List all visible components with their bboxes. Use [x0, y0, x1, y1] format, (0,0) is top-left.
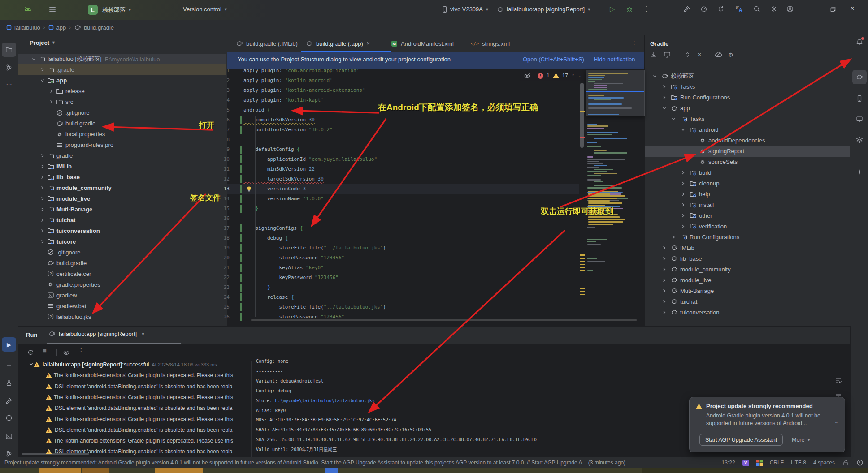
gradle-tree-row[interactable]: tuichat	[644, 296, 850, 307]
code-line[interactable]: android {	[243, 105, 270, 115]
gradle-tree-row[interactable]: android	[644, 125, 850, 135]
gradle-detach-icon[interactable]: ✕	[697, 52, 702, 58]
plugin-v-icon[interactable]: V	[742, 460, 749, 466]
breadcrumb-item[interactable]: build.gradle	[84, 24, 114, 31]
run-tree-row[interactable]: DSL element 'android.dataBinding.enabled…	[18, 446, 233, 457]
status-indent[interactable]: 4 spaces	[813, 460, 835, 466]
project-selector[interactable]: 赖赖部落▼	[102, 6, 132, 14]
gradle-tree-row[interactable]: sourceSets	[644, 157, 850, 168]
gradle-tool-button[interactable]	[852, 70, 867, 84]
project-tree-row[interactable]: IMLib	[18, 161, 227, 172]
breadcrumb-item[interactable]: app	[56, 24, 66, 31]
project-tree-row[interactable]: .gitignore	[18, 247, 227, 258]
code-line[interactable]: versionCode 3	[243, 184, 306, 194]
structure-tool-button[interactable]	[2, 60, 16, 75]
editor-hscrollbar[interactable]	[251, 319, 637, 321]
project-tree-row[interactable]: gradle	[18, 150, 227, 161]
code-line[interactable]: }	[243, 283, 270, 292]
popup-expand-icon[interactable]: ⌄	[834, 419, 838, 425]
editor-tab[interactable]: build.gradle (:IMLib)	[231, 35, 307, 52]
next-issue-icon[interactable]: ⌄	[578, 73, 582, 78]
run-tree-row[interactable]: DSL element 'android.dataBinding.enabled…	[18, 403, 233, 413]
project-tree-row[interactable]: tuicore	[18, 236, 227, 247]
banner-open-link[interactable]: Open (Ctrl+Alt+Shift+S)	[523, 56, 584, 63]
project-tree-row[interactable]: proguard-rules.pro	[18, 140, 227, 150]
code-line[interactable]: signingConfigs {	[243, 224, 303, 233]
gradle-tree-row[interactable]: 赖赖部落	[644, 71, 850, 82]
project-tree-row[interactable]: lailaibuluo [赖赖部落]E:\mycode\lailaibuluo	[18, 54, 227, 64]
readonly-lock-icon[interactable]	[842, 459, 849, 466]
more-tools-button[interactable]: ⋯	[2, 77, 16, 91]
filter-eye-icon[interactable]	[63, 349, 70, 356]
project-tree-row[interactable]: .gradle	[18, 64, 227, 75]
code-line[interactable]: apply plugin: 'com.android.application'	[243, 66, 359, 76]
console-file-link[interactable]: E:\mycode\lailaibuluo\lailaibuluo.jks	[275, 398, 375, 403]
project-tree-row[interactable]: gradlew	[18, 290, 227, 301]
agp-upgrade-button[interactable]: Start AGP Upgrade Assistant	[699, 434, 783, 446]
run-tool-button[interactable]: ▶	[2, 337, 16, 352]
highlight-off-icon[interactable]	[524, 72, 531, 79]
code-line[interactable]: }	[243, 204, 258, 214]
gradle-tree-row[interactable]: verification	[644, 221, 850, 232]
project-tree-row[interactable]: module_community	[18, 183, 227, 194]
problems-tool-button[interactable]	[2, 411, 16, 425]
gradle-tree-row[interactable]: app	[644, 103, 850, 114]
code-line[interactable]: applicationId "com.yuyin.lailaibuluo"	[243, 155, 377, 164]
run-tree-row[interactable]: DSL element 'android.dataBinding.enabled…	[18, 425, 233, 435]
run-tab[interactable]: lailaibuluo:app [signingReport] ×	[48, 330, 145, 337]
project-tree-row[interactable]: tuiconversation	[18, 225, 227, 236]
device-manager-tool-button[interactable]	[852, 91, 867, 106]
editor-tab[interactable]: </>strings.xml	[466, 35, 520, 52]
device-manager-icon[interactable]	[683, 5, 690, 13]
code-line[interactable]: apply plugin: 'kotlin-android'	[243, 76, 333, 86]
code-line[interactable]: minSdkVersion 22	[243, 164, 315, 174]
project-tree-row[interactable]: Muti-Barrage	[18, 204, 227, 215]
code-line[interactable]: storeFile file("../lailaibuluo.jks")	[243, 243, 386, 253]
code-line[interactable]: buildToolsVersion "30.0.2"	[243, 125, 333, 135]
vcs-selector[interactable]: Version control▼	[183, 6, 228, 13]
gradle-tree-row[interactable]: install	[644, 200, 850, 211]
project-panel-title[interactable]: Project	[30, 39, 49, 46]
close-button[interactable]: ×	[850, 4, 855, 13]
run-tab-close-icon[interactable]: ×	[141, 331, 145, 337]
soft-wrap-icon[interactable]	[835, 377, 842, 384]
stop-icon[interactable]: ■	[43, 347, 47, 354]
project-tree-row[interactable]: lib_base	[18, 172, 227, 183]
inspections-widget[interactable]: !1 17 ⌃ ⌄	[520, 70, 586, 81]
gradle-tree-row[interactable]: Tasks	[644, 82, 850, 92]
code-line[interactable]: storeFile file("../lailaibuluo.jks")	[243, 302, 386, 312]
status-message[interactable]: Project update strongly recommended: And…	[4, 460, 655, 466]
project-tree-row[interactable]: gradlew.bat	[18, 301, 227, 311]
project-tree-row[interactable]: build.gradle	[18, 118, 227, 129]
ime-ms-icon[interactable]	[756, 460, 763, 466]
project-tree-row[interactable]: ?certificate.cer	[18, 268, 227, 279]
project-tree-row[interactable]: src	[18, 97, 227, 108]
project-tree-row[interactable]: tuichat	[18, 215, 227, 225]
gradle-tree-row[interactable]: signingReport	[644, 146, 850, 157]
gradle-tree-row[interactable]: lib_base	[644, 253, 850, 264]
run-button[interactable]: ▷	[610, 5, 615, 13]
terminal-tool-button[interactable]	[2, 429, 16, 443]
debug-button[interactable]	[626, 5, 633, 13]
editor-tab[interactable]: MAndroidManifest.xml	[386, 35, 471, 52]
more-actions-icon[interactable]: ⋮	[643, 5, 650, 13]
run-tree-row[interactable]: lailaibuluo:app [signingReport]: success…	[18, 359, 233, 370]
assistant-tool-button[interactable]	[852, 165, 867, 179]
run-config-selector[interactable]: lailaibuluo:app [signingReport]▼	[507, 6, 591, 13]
project-tree-row[interactable]: app	[18, 75, 227, 86]
code-line[interactable]: apply plugin: 'kotlin-android-extensions…	[243, 86, 365, 95]
gradle-sync-all-icon[interactable]	[650, 51, 657, 58]
code-line[interactable]: storePassword "123456"	[243, 253, 344, 263]
gradle-tree-row[interactable]: module_community	[644, 264, 850, 275]
settings-gear-icon[interactable]	[770, 5, 777, 13]
project-tree-row[interactable]: build.gradle	[18, 258, 227, 268]
gradle-offline-icon[interactable]	[715, 51, 722, 58]
gradle-tree-row[interactable]: tuiconversation	[644, 307, 850, 318]
gradle-collapse-icon[interactable]	[684, 51, 691, 58]
gradle-tree-row[interactable]: androidDependencies	[644, 135, 850, 146]
gradle-tree-row[interactable]: help	[644, 189, 850, 200]
run-tree-row[interactable]: The 'kotlin-android-extensions' Gradle p…	[18, 414, 233, 425]
gradle-tree-row[interactable]: Muti-Barrage	[644, 285, 850, 296]
coverage-tool-button[interactable]	[2, 375, 16, 390]
breadcrumb-item[interactable]: lailaibuluo	[14, 24, 40, 31]
